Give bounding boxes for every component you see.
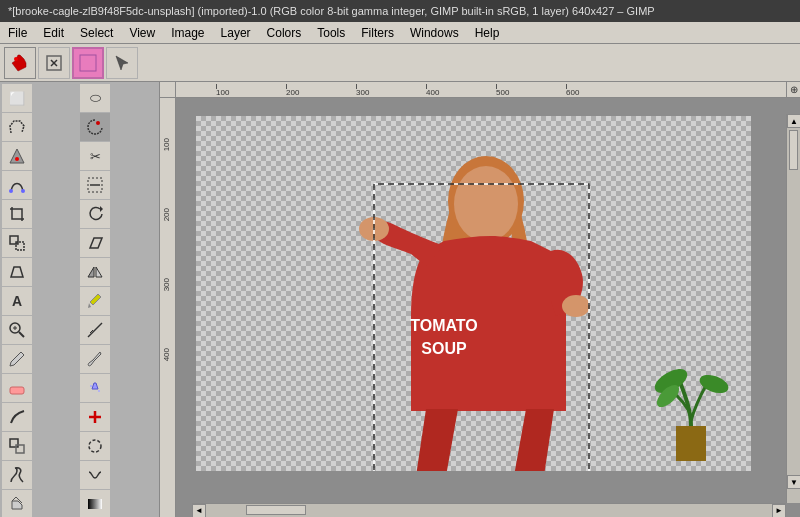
ruler-corner xyxy=(160,82,176,98)
menu-bar: File Edit Select View Image Layer Colors… xyxy=(0,22,800,44)
ruler-mark-500: 500 xyxy=(496,88,509,97)
svg-line-17 xyxy=(19,332,24,337)
tool-bucket-fill[interactable] xyxy=(2,490,32,517)
menu-file[interactable]: File xyxy=(0,24,35,42)
ruler-mark-400: 400 xyxy=(426,88,439,97)
menu-view[interactable]: View xyxy=(121,24,163,42)
menu-colors[interactable]: Colors xyxy=(259,24,310,42)
tool-blur-sharpen[interactable] xyxy=(80,432,110,460)
toolbox: ⬜ ⬭ ✂ xyxy=(0,82,160,517)
menu-filters[interactable]: Filters xyxy=(353,24,402,42)
svg-point-9 xyxy=(21,189,25,193)
tool-airbrush[interactable] xyxy=(80,374,110,402)
ruler-v-300: 300 xyxy=(160,278,176,291)
active-tool-check-icon[interactable] xyxy=(38,47,70,79)
svg-rect-28 xyxy=(88,499,102,509)
canvas-content[interactable]: TOMATO SOUP xyxy=(176,98,800,517)
svg-point-24 xyxy=(98,390,100,392)
scroll-left-btn[interactable]: ◄ xyxy=(192,504,206,518)
tool-measure[interactable] xyxy=(80,316,110,344)
tool-heal[interactable] xyxy=(80,403,110,431)
tool-clone[interactable] xyxy=(2,432,32,460)
svg-rect-13 xyxy=(16,242,24,250)
svg-point-23 xyxy=(90,385,92,387)
scroll-up-btn[interactable]: ▲ xyxy=(787,114,800,128)
ruler-v-100: 100 xyxy=(160,138,176,151)
canvas-area[interactable]: 100 200 300 400 500 600 ⊕ 100 200 300 40… xyxy=(160,82,800,517)
ruler-mark-600: 600 xyxy=(566,88,579,97)
svg-rect-12 xyxy=(10,236,18,244)
tool-pencil[interactable] xyxy=(2,345,32,373)
ruler-mark-100: 100 xyxy=(216,88,229,97)
tool-perspective[interactable] xyxy=(2,258,32,286)
pink-select-btn[interactable] xyxy=(72,47,104,79)
tool-flip[interactable] xyxy=(80,258,110,286)
svg-point-7 xyxy=(15,157,19,161)
soup-text: SOUP xyxy=(421,340,467,357)
scroll-right-btn[interactable]: ► xyxy=(772,504,786,518)
tool-ink[interactable] xyxy=(2,403,32,431)
menu-edit[interactable]: Edit xyxy=(35,24,72,42)
tool-dodge-burn[interactable] xyxy=(2,461,32,489)
svg-point-44 xyxy=(562,295,590,317)
menu-windows[interactable]: Windows xyxy=(402,24,467,42)
tool-color-select[interactable] xyxy=(2,142,32,170)
menu-image[interactable]: Image xyxy=(163,24,212,42)
svg-point-0 xyxy=(14,57,18,61)
main-area: ⬜ ⬭ ✂ xyxy=(0,82,800,517)
svg-line-20 xyxy=(88,323,102,337)
canvas-image-svg[interactable]: TOMATO SOUP xyxy=(196,116,751,471)
scrollbar-thumb-v[interactable] xyxy=(789,130,798,170)
arrow-tool-btn[interactable] xyxy=(106,47,138,79)
svg-rect-26 xyxy=(16,445,24,453)
title-bar: *[brooke-cagle-zlB9f48F5dc-unsplash] (im… xyxy=(0,0,800,22)
scrollbar-track-h[interactable] xyxy=(206,504,772,517)
svg-rect-22 xyxy=(10,387,24,394)
tool-smudge[interactable] xyxy=(80,461,110,489)
scroll-down-btn[interactable]: ▼ xyxy=(787,475,800,489)
fuzzy-select-toolbar-btn[interactable] xyxy=(4,47,36,79)
svg-marker-14 xyxy=(88,267,94,277)
tool-free-select[interactable] xyxy=(2,113,32,141)
svg-marker-5 xyxy=(116,56,128,70)
tool-blend[interactable] xyxy=(80,490,110,517)
canvas-nav-corner[interactable]: ⊕ xyxy=(786,82,800,98)
tool-shear[interactable] xyxy=(80,229,110,257)
title-text: *[brooke-cagle-zlB9f48F5dc-unsplash] (im… xyxy=(8,5,655,17)
tool-color-picker[interactable] xyxy=(80,287,110,315)
horizontal-scrollbar[interactable]: ◄ ► xyxy=(192,503,786,517)
scrollbar-thumb-h[interactable] xyxy=(246,505,306,515)
vertical-ruler: 100 200 300 400 xyxy=(160,98,176,517)
tool-paintbrush[interactable] xyxy=(80,345,110,373)
vertical-scrollbar[interactable]: ▲ ▼ xyxy=(786,114,800,503)
svg-rect-25 xyxy=(10,439,18,447)
menu-layer[interactable]: Layer xyxy=(213,24,259,42)
tools-grid: ⬜ ⬭ ✂ xyxy=(0,82,159,517)
svg-point-27 xyxy=(89,440,101,452)
tool-text[interactable]: A xyxy=(2,287,32,315)
tool-paths[interactable] xyxy=(2,171,32,199)
tool-rotate[interactable] xyxy=(80,200,110,228)
menu-tools[interactable]: Tools xyxy=(309,24,353,42)
tool-magnify[interactable] xyxy=(2,316,32,344)
menu-select[interactable]: Select xyxy=(72,24,121,42)
svg-point-6 xyxy=(96,121,100,125)
tool-fuzzy-select[interactable] xyxy=(80,113,110,141)
toolbar xyxy=(0,44,800,82)
tool-crop[interactable] xyxy=(2,200,32,228)
svg-rect-4 xyxy=(80,55,96,71)
ruler-v-200: 200 xyxy=(160,208,176,221)
scrollbar-track-v[interactable] xyxy=(787,130,800,170)
tool-paint-select[interactable] xyxy=(80,171,110,199)
tool-eraser[interactable] xyxy=(2,374,32,402)
tool-scale[interactable] xyxy=(2,229,32,257)
menu-help[interactable]: Help xyxy=(467,24,508,42)
image-frame: TOMATO SOUP xyxy=(196,116,751,471)
tool-rect-select[interactable]: ⬜ xyxy=(2,84,32,112)
tool-ellipse-select[interactable]: ⬭ xyxy=(80,84,110,112)
svg-point-41 xyxy=(454,166,518,242)
tool-scissors-select[interactable]: ✂ xyxy=(80,142,110,170)
svg-marker-15 xyxy=(96,267,102,277)
ruler-mark-300: 300 xyxy=(356,88,369,97)
svg-point-8 xyxy=(9,189,13,193)
